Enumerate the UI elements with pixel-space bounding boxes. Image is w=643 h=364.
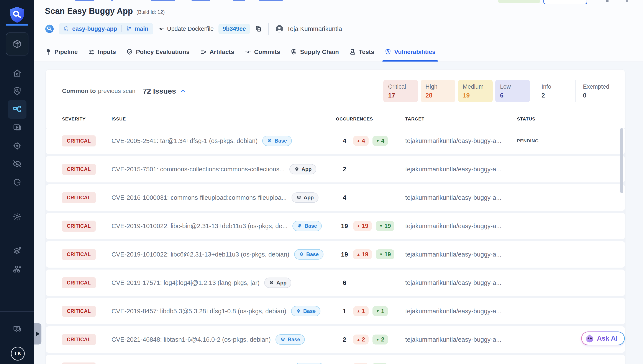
severity-card-low[interactable]: Low 6: [495, 80, 530, 102]
table-row[interactable]: CRITICAL CVE-2019-1010022: libc-bin@2.31…: [46, 213, 625, 239]
issue-title[interactable]: CVE-2019-1010022: libc6@2.31-13+deb11u3 …: [112, 251, 289, 258]
sidebar-expand-handle[interactable]: [34, 323, 42, 344]
severity-card-critical[interactable]: Critical 17: [383, 80, 418, 102]
commit-sha-chip[interactable]: 9b349ce: [219, 24, 250, 34]
tab-vulnerabilities-active[interactable]: Vulnerabilities: [385, 42, 436, 62]
occurrence-count: 19: [341, 222, 348, 230]
severity-card-high[interactable]: High 28: [421, 80, 455, 102]
cutoff-breadcrumb-fragment: [191, 0, 210, 1]
tab-bar: Pipeline Inputs Policy Evaluations Artif…: [45, 42, 436, 62]
layers-icon: [296, 195, 302, 200]
project-selector-button[interactable]: [6, 32, 29, 56]
sidebar-item-settings[interactable]: [0, 212, 34, 221]
tab-tests[interactable]: Tests: [349, 42, 374, 62]
layers-icon: [269, 280, 274, 285]
severity-card-medium[interactable]: Medium 19: [458, 80, 493, 102]
target-name: tejakummarikuntla/easy-buggy-a...: [405, 222, 517, 230]
col-status: STATUS: [517, 116, 625, 122]
issue-title[interactable]: CVE-2019-1010022: libc-bin@2.31-13+deb11…: [112, 222, 288, 230]
repo-icon: [64, 26, 69, 32]
sidebar-item-hidden-findings[interactable]: [0, 159, 34, 168]
shield-nodes-icon: [291, 48, 297, 55]
issue-title[interactable]: CVE-2005-2541: tar@1.34+dfsg-1 (os-pkgs,…: [112, 137, 258, 144]
severity-card-info[interactable]: Info 2: [534, 80, 571, 102]
sidebar-divider: [6, 236, 28, 236]
layers-icon: [296, 308, 301, 314]
logo-accent-bar: [6, 24, 28, 26]
severity-badge: CRITICAL: [62, 136, 96, 146]
sidebar-item-pipelines-active[interactable]: [8, 100, 27, 119]
tab-inputs[interactable]: Inputs: [88, 42, 116, 62]
sidebar-item-targets[interactable]: [0, 141, 34, 150]
user-avatar[interactable]: TK: [11, 347, 25, 360]
severity-summary: Critical 17 High 28 Medium 19 Low: [383, 80, 613, 102]
table-row[interactable]: CRITICAL CVE-2019-17571: log4j:log4j@1.2…: [46, 270, 625, 296]
tab-policy-evaluations[interactable]: Policy Evaluations: [126, 42, 189, 62]
target-name: tejakummarikuntla/easy-buggy-a...: [405, 166, 517, 173]
ask-ai-button[interactable]: Ask AI: [581, 332, 625, 345]
home-icon: [13, 69, 22, 78]
scan-scope-summary[interactable]: Common to previous scan 72 Issues: [62, 87, 187, 95]
ai-mascot-icon: [585, 334, 594, 343]
layers-icon: [280, 337, 286, 342]
table-row[interactable]: CRITICAL CVE-2016-1000031: commons-fileu…: [46, 184, 625, 211]
copy-sha-button[interactable]: [255, 25, 262, 32]
delta-down-pill: ▼2: [372, 334, 388, 344]
commit-message[interactable]: Update Dockerfile: [158, 26, 214, 32]
table-row[interactable]: CRITICAL CVE-2019-1010022: libc6@2.31-13…: [46, 241, 625, 268]
sidebar-item-integration-settings[interactable]: [0, 264, 34, 274]
workflow-icon: [13, 105, 22, 114]
table-row[interactable]: CRITICAL CVE-2005-2541: tar@1.34+dfsg-1 …: [46, 128, 625, 154]
issue-title[interactable]: CVE-2015-7501: commons-collections:commo…: [112, 166, 285, 173]
shield-search-icon: [13, 86, 22, 96]
cutoff-outline-button[interactable]: [543, 0, 587, 4]
sidebar-item-sessions[interactable]: [0, 178, 34, 187]
sidebar-item-home[interactable]: [0, 69, 34, 78]
table-row-partial[interactable]: CRITICAL Base ▲ ▼: [46, 355, 625, 364]
page-title: Scan Easy Buggy App: [45, 6, 133, 16]
list-arrow-icon: [200, 48, 207, 55]
cutoff-success-button[interactable]: [498, 0, 540, 3]
target-name: tejakummarikuntla/easy-buggy-a...: [405, 308, 517, 315]
chevron-up-icon[interactable]: [179, 87, 187, 95]
table-row[interactable]: CRITICAL CVE-2015-7501: commons-collecti…: [46, 156, 625, 182]
target-name: tejakummarikuntla/easy-buggy-a...: [405, 279, 517, 286]
severity-badge: CRITICAL: [62, 277, 96, 288]
col-issue: ISSUE: [112, 116, 336, 122]
table-row[interactable]: CRITICAL CVE-2019-8457: libdb5.3@5.3.28+…: [46, 298, 625, 324]
cutoff-user-icon[interactable]: [626, 0, 628, 2]
tab-supply-chain[interactable]: Supply Chain: [291, 42, 339, 62]
tab-artifacts[interactable]: Artifacts: [200, 42, 234, 62]
issue-title[interactable]: CVE-2021-46848: libtasn1-6@4.16.0-2 (os-…: [112, 336, 271, 343]
issue-title[interactable]: CVE-2016-1000031: commons-fileupload:com…: [112, 194, 287, 201]
severity-card-exempted[interactable]: Exempted 0: [575, 80, 613, 102]
repo-branch-chip[interactable]: easy-buggy-app main: [59, 23, 153, 34]
occurrence-count: 6: [343, 279, 346, 286]
sidebar-item-scans[interactable]: [0, 86, 34, 96]
layers-gear-icon: [13, 246, 22, 255]
vertical-scrollbar[interactable]: [620, 128, 623, 193]
sidebar-item-layer-settings[interactable]: [0, 246, 34, 255]
tab-pipeline[interactable]: Pipeline: [45, 42, 78, 62]
scan-status-icon: [45, 24, 54, 33]
sidebar-item-help[interactable]: [0, 324, 34, 334]
chip-divider: [121, 25, 122, 32]
occurrence-count: 2: [343, 336, 346, 343]
issue-title[interactable]: CVE-2019-8457: libdb5.3@5.3.28+dfsg1-0.8…: [112, 308, 286, 315]
issue-title[interactable]: CVE-2019-17571: log4j:log4j@1.2.13 (lang…: [112, 279, 260, 286]
severity-badge: CRITICAL: [62, 306, 96, 317]
occurrence-count: 19: [341, 251, 348, 258]
col-severity: SEVERITY: [62, 116, 112, 122]
sidebar-item-runs[interactable]: [0, 123, 34, 132]
cutoff-notification-icon[interactable]: [606, 0, 608, 2]
branch-name: main: [135, 26, 148, 32]
tab-commits[interactable]: Commits: [245, 42, 280, 62]
target-name: tejakummarikuntla/easy-buggy-a...: [405, 336, 517, 343]
table-row[interactable]: CRITICAL CVE-2021-46848: libtasn1-6@4.16…: [46, 326, 625, 353]
cutoff-breadcrumb-fragment: [259, 0, 283, 1]
eye-off-icon: [13, 159, 22, 168]
power-gauge-icon: [13, 178, 22, 187]
table-header: SEVERITY ISSUE OCCURRENCES TARGET STATUS: [46, 114, 625, 124]
layer-tag-pill: Base: [292, 221, 322, 231]
help-chat-icon: [13, 324, 22, 334]
